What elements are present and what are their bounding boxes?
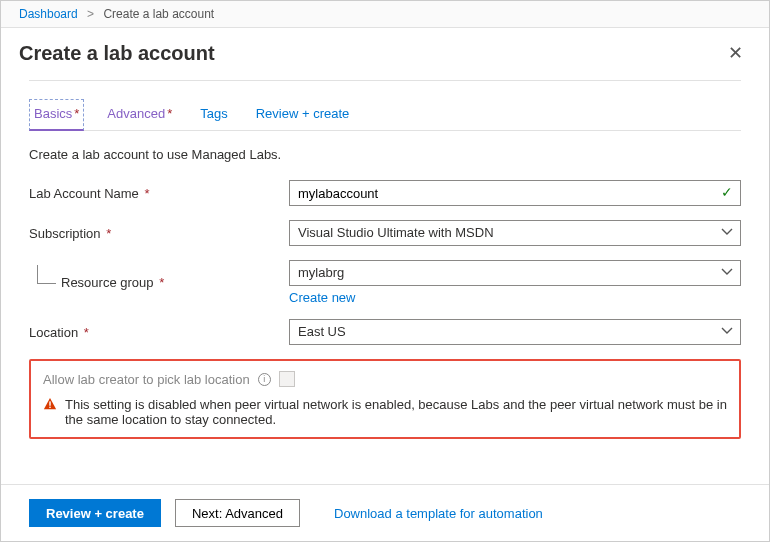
- footer: Review + create Next: Advanced Download …: [1, 484, 769, 541]
- tab-advanced[interactable]: Advanced*: [102, 99, 177, 130]
- resource-group-label-text: Resource group: [61, 275, 154, 290]
- location-label: Location *: [29, 325, 289, 340]
- resource-group-select[interactable]: mylabrg: [289, 260, 741, 286]
- tab-advanced-label: Advanced: [107, 106, 165, 121]
- review-create-button[interactable]: Review + create: [29, 499, 161, 527]
- breadcrumb-dashboard[interactable]: Dashboard: [19, 7, 78, 21]
- svg-rect-1: [49, 407, 50, 408]
- breadcrumb-current: Create a lab account: [103, 7, 214, 21]
- required-asterisk: *: [106, 226, 111, 241]
- pick-location-checkbox: [279, 371, 295, 387]
- resource-group-label: Resource group *: [29, 275, 289, 290]
- subscription-select[interactable]: Visual Studio Ultimate with MSDN: [289, 220, 741, 246]
- warning-icon: [43, 397, 57, 427]
- breadcrumb: Dashboard > Create a lab account: [1, 1, 769, 28]
- info-icon[interactable]: i: [258, 373, 271, 386]
- lab-account-name-label-text: Lab Account Name: [29, 186, 139, 201]
- tab-basics[interactable]: Basics*: [29, 99, 84, 131]
- required-asterisk: *: [74, 106, 79, 121]
- required-asterisk: *: [167, 106, 172, 121]
- required-asterisk: *: [159, 275, 164, 290]
- close-button[interactable]: ✕: [720, 38, 751, 68]
- required-asterisk: *: [84, 325, 89, 340]
- page-title: Create a lab account: [19, 42, 215, 65]
- svg-rect-0: [49, 401, 50, 405]
- tab-basics-label: Basics: [34, 106, 72, 121]
- warning-text: This setting is disabled when peer virtu…: [65, 397, 727, 427]
- location-select[interactable]: East US: [289, 319, 741, 345]
- pick-location-label: Allow lab creator to pick lab location: [43, 372, 250, 387]
- location-label-text: Location: [29, 325, 78, 340]
- tab-review[interactable]: Review + create: [251, 99, 355, 130]
- disabled-setting-highlight: Allow lab creator to pick lab location i…: [29, 359, 741, 439]
- lab-account-name-input[interactable]: [289, 180, 741, 206]
- divider: [29, 80, 741, 81]
- lab-account-name-label: Lab Account Name *: [29, 186, 289, 201]
- subscription-label: Subscription *: [29, 226, 289, 241]
- intro-text: Create a lab account to use Managed Labs…: [29, 147, 741, 162]
- create-new-link[interactable]: Create new: [289, 290, 355, 305]
- valid-check-icon: ✓: [721, 184, 733, 200]
- next-advanced-button[interactable]: Next: Advanced: [175, 499, 300, 527]
- tabs: Basics* Advanced* Tags Review + create: [29, 99, 741, 131]
- required-asterisk: *: [144, 186, 149, 201]
- breadcrumb-separator: >: [87, 7, 94, 21]
- download-template-link[interactable]: Download a template for automation: [334, 506, 543, 521]
- tab-tags[interactable]: Tags: [195, 99, 232, 130]
- subscription-label-text: Subscription: [29, 226, 101, 241]
